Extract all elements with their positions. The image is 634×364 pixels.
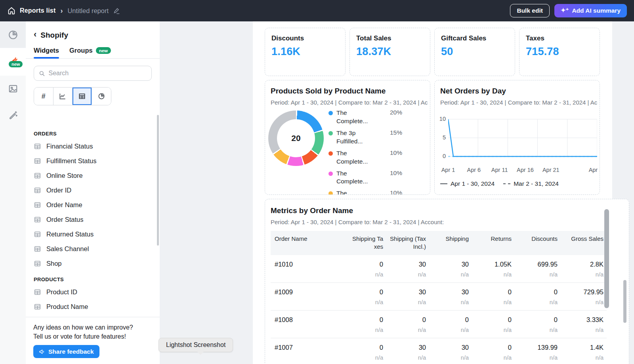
cell-value: 139.99 bbox=[518, 344, 558, 351]
sidebar-item-label: Order Name bbox=[46, 201, 82, 209]
widget-type-table[interactable] bbox=[73, 88, 92, 105]
sidebar-item-label: Returned Status bbox=[46, 231, 94, 238]
widget-type-number[interactable]: # bbox=[34, 88, 53, 105]
table-field-icon bbox=[34, 187, 41, 194]
cell-value: 2.8K bbox=[564, 261, 603, 268]
pie-chart-icon bbox=[8, 30, 18, 40]
order-name: #1009 bbox=[275, 288, 293, 295]
sidebar-item-order-id[interactable]: Order ID bbox=[26, 183, 160, 198]
column-header[interactable]: Returns bbox=[472, 231, 515, 255]
cell-compare-value: n/a bbox=[475, 327, 512, 333]
lightshot-tooltip: Lightshot Screenshot bbox=[158, 338, 233, 352]
order-name: #1008 bbox=[275, 316, 293, 323]
legend-dot-icon bbox=[328, 151, 333, 156]
share-feedback-button[interactable]: Share feedback bbox=[33, 345, 99, 358]
sidebar-scrollbar[interactable] bbox=[157, 115, 159, 246]
kpi-card-giftcard-sales[interactable]: Giftcard Sales 50 bbox=[434, 28, 515, 76]
rail-item-charts[interactable] bbox=[0, 21, 26, 48]
tab-groups[interactable]: Groups new bbox=[69, 47, 111, 58]
sidebar-item-product-id[interactable]: Product ID bbox=[26, 285, 160, 299]
column-header[interactable]: Shipping Taxes bbox=[348, 231, 386, 255]
line-chart-plot bbox=[448, 115, 597, 159]
sidebar-item-label: Product ID bbox=[46, 288, 77, 296]
column-header[interactable]: Shipping (Tax Incl.) bbox=[386, 231, 429, 255]
sidebar-item-order-name[interactable]: Order Name bbox=[26, 198, 160, 212]
table-row[interactable]: #10090n/a30n/a30n/a0n/a0n/a729.95n/a bbox=[271, 282, 607, 310]
widget-period: Period: Apr 1 - 30, 2024 | Compare to: M… bbox=[271, 219, 629, 225]
cell-value: 30 bbox=[432, 261, 469, 268]
x-axis-label: Apr 21 bbox=[542, 167, 560, 173]
kpi-card-total-sales[interactable]: Total Sales 18.37K bbox=[349, 28, 430, 76]
cell-compare-value: n/a bbox=[518, 327, 558, 333]
sidebar-item-fulfillment-status[interactable]: Fulfillment Status bbox=[26, 154, 160, 168]
sidebar-item-sales-channel[interactable]: Sales Channel bbox=[26, 242, 160, 256]
kpi-label: Giftcard Sales bbox=[441, 34, 508, 42]
widget-net-orders-line[interactable]: Net Orders by Day Period: Apr 1 - 30, 20… bbox=[434, 80, 600, 195]
kpi-value: 50 bbox=[441, 46, 508, 58]
table-field-icon bbox=[34, 303, 41, 311]
page-scrollbar[interactable] bbox=[604, 209, 609, 308]
table-icon bbox=[78, 92, 86, 100]
sidebar-item-returned-status[interactable]: Returned Status bbox=[26, 227, 160, 242]
home-icon[interactable] bbox=[7, 6, 16, 15]
cell-compare-value: n/a bbox=[432, 271, 469, 278]
widget-products-sold-pie[interactable]: Products Sold by Product Name Period: Ap… bbox=[265, 80, 430, 195]
rail-item-images[interactable] bbox=[0, 77, 26, 101]
cell-compare-value: n/a bbox=[518, 299, 558, 305]
cell-compare-value: n/a bbox=[475, 354, 512, 361]
order-name: #1007 bbox=[275, 344, 293, 351]
table-field-icon bbox=[34, 260, 41, 267]
y-axis-label: 5 bbox=[436, 134, 446, 141]
top-bar: Reports list › Untitled report Bulk edit… bbox=[0, 0, 634, 21]
add-ai-summary-button[interactable]: ✦⁺ Add AI summary bbox=[554, 4, 627, 17]
sidebar-back-chevron-icon[interactable]: ‹ bbox=[34, 31, 36, 38]
x-axis-label: Apr 1 bbox=[441, 167, 455, 173]
kpi-value: 1.16K bbox=[271, 46, 339, 58]
breadcrumb-reports-list[interactable]: Reports list bbox=[20, 7, 55, 14]
legend-swatch-icon bbox=[503, 183, 510, 184]
column-header[interactable]: Order Name bbox=[271, 231, 348, 255]
sidebar-item-order-status[interactable]: Order Status bbox=[26, 212, 160, 227]
cell-value: 30 bbox=[390, 288, 426, 296]
rail-new-badge: new bbox=[9, 61, 23, 67]
column-header[interactable]: Shipping bbox=[429, 231, 472, 255]
widget-type-line-chart[interactable] bbox=[53, 88, 73, 105]
kpi-card-discounts[interactable]: Discounts 1.16K bbox=[265, 28, 346, 76]
donut-center-total: 20 bbox=[277, 119, 315, 157]
sidebar-item-online-store[interactable]: Online Store bbox=[26, 168, 160, 183]
column-header[interactable]: Gross Sales bbox=[561, 231, 607, 255]
cell-value: 0 bbox=[351, 288, 383, 296]
widgets-sidebar: ‹ Shopify Widgets Groups new # ORDERSFin… bbox=[26, 21, 160, 364]
search-input[interactable] bbox=[48, 70, 147, 77]
widget-type-pie-chart[interactable] bbox=[92, 88, 111, 105]
sidebar-item-financial-status[interactable]: Financial Status bbox=[26, 139, 160, 154]
rail-item-magic[interactable] bbox=[0, 103, 26, 127]
column-header[interactable]: Discounts bbox=[515, 231, 561, 255]
kpi-card-taxes[interactable]: Taxes 715.78 bbox=[519, 28, 600, 76]
sidebar-item-shop[interactable]: Shop bbox=[26, 256, 160, 271]
sidebar-item-product-name[interactable]: Product Name bbox=[26, 299, 160, 314]
bulk-edit-button[interactable]: Bulk edit bbox=[510, 4, 549, 17]
legend-percent: 10% bbox=[390, 170, 404, 186]
sidebar-title: Shopify bbox=[40, 31, 68, 40]
table-row[interactable]: #10080n/a0n/a0n/a0n/a0n/a3.33Kn/a bbox=[271, 310, 607, 338]
cell-compare-value: n/a bbox=[390, 354, 426, 361]
widget-title: Metrics by Order Name bbox=[271, 206, 629, 215]
legend-label: The Complete... bbox=[336, 189, 373, 195]
cell-compare-value: n/a bbox=[432, 327, 469, 333]
sidebar-section-title: PRODUCTS bbox=[26, 271, 160, 285]
pie-legend-row: The Complete...10% bbox=[328, 189, 404, 195]
tab-widgets[interactable]: Widgets bbox=[34, 47, 59, 58]
x-axis-label: Apr 11 bbox=[491, 167, 508, 173]
cell-value: 30 bbox=[390, 344, 426, 351]
table-row[interactable]: #10070n/a30n/a30n/a0n/a139.99n/a1.4Kn/a bbox=[271, 338, 607, 364]
sidebar-item-label: Order Status bbox=[46, 216, 84, 223]
cell-compare-value: n/a bbox=[564, 299, 603, 305]
table-scrollbar[interactable] bbox=[623, 280, 626, 323]
metrics-table: Order NameShipping TaxesShipping (Tax In… bbox=[271, 231, 607, 364]
table-row[interactable]: #10100n/a30n/a30n/a1.05Kn/a699.95n/a2.8K… bbox=[271, 255, 607, 283]
cell-value: 0 bbox=[475, 316, 512, 324]
megaphone-icon bbox=[39, 349, 45, 355]
edit-pencil-icon[interactable] bbox=[113, 7, 120, 15]
widget-metrics-table[interactable]: Metrics by Order Name Period: Apr 1 - 30… bbox=[265, 199, 629, 364]
